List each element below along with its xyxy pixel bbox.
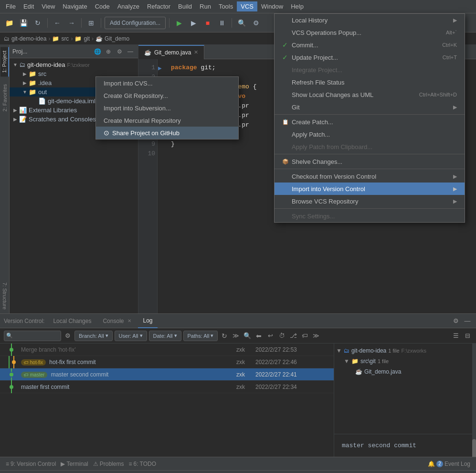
submenu-create-mercurial[interactable]: Create Mercurial Repository xyxy=(96,114,238,127)
branch-filter[interactable]: Branch: All ▾ xyxy=(74,331,113,341)
right-repo-row[interactable]: ▼ 🗂 git-demo-idea 1 file F:\zxworks xyxy=(334,345,476,356)
submenu-import-svn[interactable]: Import into Subversion... xyxy=(96,102,238,114)
breadcrumb-file[interactable]: Git_demo xyxy=(105,35,129,42)
tag-icon[interactable]: 🏷 xyxy=(300,331,309,341)
log-row-4[interactable]: master first commit zxk 2022/2/27 22:34 xyxy=(0,381,334,393)
submenu-share-github[interactable]: ⊙ Share Project on GitHub xyxy=(96,127,238,139)
vcs-local-history[interactable]: Local History ▶ xyxy=(275,14,465,26)
log-row-2[interactable]: 🏷 hot-fix hot-fix first commit zxk 2022/… xyxy=(0,356,334,368)
vcs-import[interactable]: Import into Version Control ▶ xyxy=(275,183,465,195)
tab-local-changes[interactable]: Local Changes xyxy=(48,314,96,328)
right-file-count: 1 file xyxy=(388,348,399,354)
forward-button[interactable]: → xyxy=(65,17,78,29)
sidebar-settings-icon[interactable]: ⚙ xyxy=(115,47,124,56)
vcs-commit[interactable]: ✓ Commit... Ctrl+K xyxy=(275,39,465,51)
more-log-icon[interactable]: ≫ xyxy=(311,331,321,341)
vcs-local-changes-uml[interactable]: Show Local Changes as UML Ctrl+Alt+Shift… xyxy=(275,88,465,101)
breadcrumb-project[interactable]: git-demo-idea xyxy=(11,35,46,42)
breadcrumb-git[interactable]: git xyxy=(84,35,90,42)
editor-tab-git-demo[interactable]: ☕ Git_demo.java ✕ xyxy=(138,45,204,59)
revert-icon[interactable]: ↩ xyxy=(265,331,275,341)
project-tab[interactable]: 1: Project xyxy=(0,47,9,76)
search-button[interactable]: 🔍 xyxy=(235,17,248,29)
view-button[interactable]: ⊞ xyxy=(85,17,97,29)
right-subfolder-row[interactable]: ▼ 📁 src\git 1 file xyxy=(334,356,476,366)
version-control-bottom-tab[interactable]: ≡ 9: Version Control xyxy=(4,461,58,467)
log-settings-icon[interactable]: ⚙ xyxy=(63,331,73,341)
vcs-shelve[interactable]: 📦 Shelve Changes... xyxy=(275,155,465,168)
group-icon[interactable]: ☰ xyxy=(451,331,461,341)
menu-window[interactable]: Window xyxy=(257,1,287,11)
terminal-tab[interactable]: ▶ Terminal xyxy=(59,461,90,467)
menu-refactor[interactable]: Refactor xyxy=(143,1,174,11)
log-search-box[interactable]: 🔍 xyxy=(4,331,61,341)
log-commits-panel: Merge branch 'hot-fix' zxk 2022/2/27 22:… xyxy=(0,344,334,457)
menu-build[interactable]: Build xyxy=(174,1,196,11)
log-search-input[interactable] xyxy=(13,333,51,339)
menu-run[interactable]: Run xyxy=(196,1,215,11)
vcs-operations-popup[interactable]: VCS Operations Popup... Alt+` xyxy=(275,26,465,39)
reset-icon[interactable]: ⏱ xyxy=(277,331,286,341)
todo-tab[interactable]: ≡ 6: TODO xyxy=(127,461,158,467)
right-file-panel: ▼ 🗂 git-demo-idea 1 file F:\zxworks ▼ 📁 … xyxy=(334,344,476,434)
open-button[interactable]: 📁 xyxy=(3,17,15,29)
log-row-3[interactable]: 🏷 master master second commit zxk 2022/2… xyxy=(0,368,334,381)
stop-button[interactable]: ■ xyxy=(201,17,214,29)
settings-tab-icon[interactable]: ⚙ xyxy=(451,316,461,326)
cherry-pick-icon[interactable]: ⬅ xyxy=(254,331,264,341)
right-repo-icon: 🗂 xyxy=(344,347,349,354)
vcs-refresh[interactable]: Refresh File Status xyxy=(275,76,465,88)
right-file-row[interactable]: ☕ Git_demo.java xyxy=(334,366,476,377)
vcs-update[interactable]: ✓ Update Project... Ctrl+T xyxy=(275,51,465,64)
branch-ops-icon[interactable]: ⎇ xyxy=(288,331,298,341)
user-filter[interactable]: User: All ▾ xyxy=(115,331,147,341)
vcs-apply-patch[interactable]: Apply Patch... xyxy=(275,128,465,140)
sync-button[interactable]: ↻ xyxy=(32,17,44,29)
log-row-1[interactable]: Merge branch 'hot-fix' zxk 2022/2/27 22:… xyxy=(0,344,334,356)
menu-help[interactable]: Help xyxy=(287,1,307,11)
submenu-create-git[interactable]: Create Git Repository... xyxy=(96,89,238,102)
settings-button[interactable]: ⚙ xyxy=(250,17,262,29)
minimize-tab-icon[interactable]: — xyxy=(463,316,472,326)
menu-analyze[interactable]: Analyze xyxy=(114,1,143,11)
date-filter[interactable]: Date: All ▾ xyxy=(149,331,181,341)
vcs-git[interactable]: Git ▶ xyxy=(275,101,465,113)
favorites-tab[interactable]: 2: Favorites xyxy=(1,80,9,115)
resume-button[interactable]: ⏸ xyxy=(216,17,228,29)
tab-close-button[interactable]: ✕ xyxy=(194,49,198,55)
structure-tab[interactable]: 7: Structure xyxy=(1,280,9,312)
run-button[interactable]: ▶ xyxy=(187,17,200,29)
vcs-checkout[interactable]: Checkout from Version Control ▶ xyxy=(275,170,465,183)
menu-tools[interactable]: Tools xyxy=(215,1,237,11)
menu-navigate[interactable]: Navigate xyxy=(59,1,91,11)
save-button[interactable]: 💾 xyxy=(17,17,30,29)
tab-console[interactable]: Console ✕ xyxy=(98,314,136,328)
menu-vcs[interactable]: VCS xyxy=(237,1,257,11)
console-close[interactable]: ✕ xyxy=(127,318,131,323)
run-green-button[interactable]: ▶ xyxy=(173,17,185,29)
refresh-log-icon[interactable]: ↻ xyxy=(220,331,229,341)
submenu-import-cvs[interactable]: Import into CVS... xyxy=(96,77,238,89)
add-config-button[interactable]: Add Configuration... xyxy=(105,17,166,29)
sidebar-locate-icon[interactable]: ⊕ xyxy=(104,47,113,56)
back-button[interactable]: ← xyxy=(51,17,63,29)
sidebar-globe-icon[interactable]: 🌐 xyxy=(93,47,102,56)
right-scrollbar[interactable] xyxy=(472,344,476,457)
diff-icon[interactable]: ⊟ xyxy=(463,331,472,341)
vcs-browse[interactable]: Browse VCS Repository ▶ xyxy=(275,195,465,207)
sidebar-collapse-icon[interactable]: — xyxy=(126,47,135,56)
menu-file[interactable]: File xyxy=(2,1,20,11)
extlibs-icon: 📊 xyxy=(19,107,27,114)
paths-filter[interactable]: Paths: All ▾ xyxy=(183,331,218,341)
problems-tab[interactable]: ⚠ Problems xyxy=(91,461,126,467)
breadcrumb-src[interactable]: src xyxy=(61,35,69,42)
event-log-tab[interactable]: 🔔 2 Event Log xyxy=(426,461,472,467)
search-log-icon[interactable]: 🔍 xyxy=(243,331,252,341)
tree-item-root[interactable]: ▼ 🗂 git-demo-idea F:\zxkwor xyxy=(10,60,138,69)
menu-code[interactable]: Code xyxy=(91,1,114,11)
menu-edit[interactable]: Edit xyxy=(20,1,38,11)
vcs-create-patch[interactable]: 📋 Create Patch... xyxy=(275,116,465,128)
tab-log[interactable]: Log xyxy=(138,314,157,328)
expand-log-icon[interactable]: ≫ xyxy=(231,331,241,341)
menu-view[interactable]: View xyxy=(38,1,59,11)
